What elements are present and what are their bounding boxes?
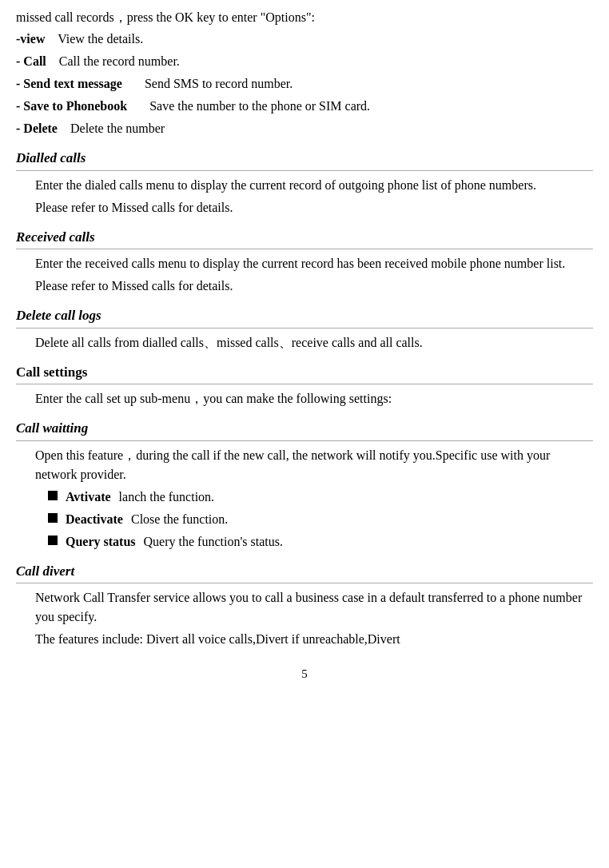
call-waiting-divider xyxy=(16,440,593,441)
intro-item-delete: - Delete Delete the number xyxy=(16,119,593,138)
bullet-square-activate xyxy=(48,491,58,500)
call-divert-para2: The features include: Divert all voice c… xyxy=(16,630,593,649)
received-calls-para2: Please refer to Missed calls for details… xyxy=(16,277,593,296)
call-divert-para1: Network Call Transfer service allows you… xyxy=(16,588,593,627)
bullet-label-query: Query status xyxy=(66,535,136,548)
received-calls-section: Received calls Enter the received calls … xyxy=(16,227,593,297)
bullet-square-query xyxy=(48,536,58,545)
intro-item-save: - Save to Phonebook Save the number to t… xyxy=(16,97,593,116)
received-calls-divider xyxy=(16,249,593,249)
intro-text-view: View the details. xyxy=(58,32,143,46)
intro-label-save: - Save to Phonebook xyxy=(16,99,127,113)
call-waiting-heading: Call waitting xyxy=(16,418,593,439)
intro-label-delete: - Delete xyxy=(16,121,58,135)
bullet-label-activate: Avtivate xyxy=(66,490,111,504)
dialled-calls-heading: Dialled calls xyxy=(16,148,593,169)
call-waiting-section: Call waitting Open this feature，during t… xyxy=(16,418,593,551)
bullet-label-deactivate: Deactivate xyxy=(66,512,123,526)
bullet-deactivate: Deactivate Close the function. xyxy=(48,510,593,529)
page-footer: 5 xyxy=(16,665,593,683)
intro-section: missed call records，press the OK key to … xyxy=(16,8,593,138)
call-settings-para1: Enter the call set up sub-menu，you can m… xyxy=(16,389,593,408)
intro-item-sms: - Send text message Send SMS to record n… xyxy=(16,74,593,94)
intro-label-sms: - Send text message xyxy=(16,77,122,90)
delete-call-logs-divider xyxy=(16,328,593,328)
call-divert-heading: Call divert xyxy=(16,561,593,582)
dialled-calls-section: Dialled calls Enter the dialed calls men… xyxy=(16,148,593,217)
call-settings-divider xyxy=(16,384,593,384)
delete-call-logs-para1: Delete all calls from dialled calls、miss… xyxy=(16,333,593,352)
intro-label-call: - Call xyxy=(16,54,46,68)
bullet-text-activate: lanch the function. xyxy=(119,490,215,504)
bullet-text-query: Query the function's status. xyxy=(144,535,283,548)
call-settings-heading: Call settings xyxy=(16,362,593,383)
received-calls-para1: Enter the received calls menu to display… xyxy=(16,254,593,273)
intro-text-call: Call the record number. xyxy=(59,54,180,68)
call-settings-section: Call settings Enter the call set up sub-… xyxy=(16,362,593,409)
delete-call-logs-heading: Delete call logs xyxy=(16,305,593,326)
bullet-text-deactivate: Close the function. xyxy=(131,512,228,526)
intro-text-delete: Delete the number xyxy=(70,121,165,135)
call-divert-divider xyxy=(16,583,593,583)
bullet-activate: Avtivate lanch the function. xyxy=(48,488,593,507)
call-waiting-para1: Open this feature，during the call if the… xyxy=(16,446,593,484)
received-calls-heading: Received calls xyxy=(16,227,593,248)
bullet-query: Query status Query the function's status… xyxy=(48,532,593,551)
bullet-square-deactivate xyxy=(48,513,58,523)
intro-text-sms: Send SMS to record number. xyxy=(145,77,293,90)
dialled-calls-para2: Please refer to Missed calls for details… xyxy=(16,198,593,217)
intro-items: -view View the details. - Call Call the … xyxy=(16,30,593,138)
intro-item-call: - Call Call the record number. xyxy=(16,52,593,71)
delete-call-logs-section: Delete call logs Delete all calls from d… xyxy=(16,305,593,352)
intro-label-view: -view xyxy=(16,32,45,46)
page-number: 5 xyxy=(301,667,308,680)
intro-line1: missed call records，press the OK key to … xyxy=(16,8,593,27)
dialled-calls-divider xyxy=(16,170,593,171)
intro-item-view: -view View the details. xyxy=(16,30,593,49)
call-divert-section: Call divert Network Call Transfer servic… xyxy=(16,561,593,650)
intro-text-save: Save the number to the phone or SIM card… xyxy=(149,99,370,113)
call-waiting-bullets: Avtivate lanch the function. Deactivate … xyxy=(16,488,593,551)
dialled-calls-para1: Enter the dialed calls menu to display t… xyxy=(16,176,593,195)
